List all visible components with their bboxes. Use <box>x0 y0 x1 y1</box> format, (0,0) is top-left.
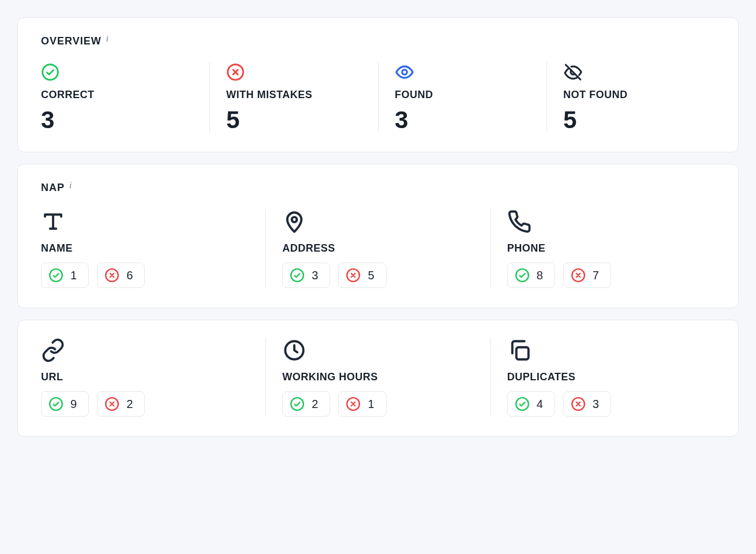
nap-card: NAP i NAME 1 6 <box>17 164 739 308</box>
nap-phone-wrong-value: 7 <box>593 269 599 282</box>
nap-name-label: NAME <box>41 242 254 254</box>
details-duplicates-label: DUPLICATES <box>507 371 703 383</box>
details-url-correct-pill[interactable]: 9 <box>41 391 89 417</box>
details-url-wrong-value: 2 <box>126 398 133 411</box>
details-hours-label: WORKING HOURS <box>282 371 478 383</box>
overview-card: OVERVIEW i CORRECT 3 WITH MISTAKES 5 FOU… <box>17 17 739 152</box>
info-icon[interactable]: i <box>69 181 72 190</box>
details-hours-wrong-value: 1 <box>368 398 374 411</box>
nap-phone-correct-pill[interactable]: 8 <box>507 263 555 288</box>
details-hours: WORKING HOURS 2 1 <box>265 338 490 417</box>
nap-address-wrong-pill[interactable]: 5 <box>338 263 386 288</box>
link-icon <box>41 338 254 363</box>
x-circle-icon <box>226 62 366 82</box>
overview-found-value: 3 <box>395 108 535 132</box>
phone-icon <box>507 209 703 234</box>
pin-icon <box>282 209 478 234</box>
overview-title-row: OVERVIEW i <box>41 35 715 47</box>
info-icon[interactable]: i <box>106 34 109 44</box>
overview-correct-value: 3 <box>41 108 198 132</box>
nap-phone: PHONE 8 7 <box>491 209 715 288</box>
eye-icon <box>395 62 535 82</box>
details-hours-correct-value: 2 <box>312 398 318 411</box>
nap-phone-correct-value: 8 <box>537 269 543 282</box>
nap-title-row: NAP i <box>41 182 715 194</box>
nap-name-wrong-value: 6 <box>126 269 133 282</box>
check-circle-icon <box>41 62 198 82</box>
details-url-wrong-pill[interactable]: 2 <box>97 391 145 417</box>
nap-name: NAME 1 6 <box>41 209 265 288</box>
copy-icon <box>507 338 703 363</box>
details-duplicates-correct-pill[interactable]: 4 <box>507 391 555 417</box>
details-duplicates: DUPLICATES 4 3 <box>491 338 715 417</box>
overview-notfound: NOT FOUND 5 <box>547 62 715 132</box>
svg-point-6 <box>292 217 297 222</box>
nap-phone-label: PHONE <box>507 242 703 254</box>
overview-title: OVERVIEW <box>41 35 102 47</box>
eye-off-icon <box>563 62 703 82</box>
overview-notfound-value: 5 <box>563 108 703 132</box>
overview-notfound-label: NOT FOUND <box>563 89 703 101</box>
nap-address-wrong-value: 5 <box>368 269 374 282</box>
details-url-correct-value: 9 <box>70 398 77 411</box>
overview-mistakes-label: WITH MISTAKES <box>226 89 366 101</box>
details-duplicates-wrong-pill[interactable]: 3 <box>563 391 611 417</box>
nap-address-correct-value: 3 <box>312 269 318 282</box>
nap-name-correct-value: 1 <box>70 269 77 282</box>
nap-address-correct-pill[interactable]: 3 <box>282 263 330 288</box>
overview-found-label: FOUND <box>395 89 535 101</box>
details-card: URL 9 2 WORKING HOURS 2 <box>17 320 739 437</box>
details-url: URL 9 2 <box>41 338 265 417</box>
svg-rect-16 <box>516 347 528 360</box>
overview-mistakes: WITH MISTAKES 5 <box>209 62 378 132</box>
clock-icon <box>282 338 478 363</box>
nap-address-label: ADDRESS <box>282 242 478 254</box>
nap-title: NAP <box>41 182 65 194</box>
svg-point-2 <box>402 70 407 75</box>
details-duplicates-correct-value: 4 <box>537 398 543 411</box>
nap-name-wrong-pill[interactable]: 6 <box>97 263 145 288</box>
details-hours-correct-pill[interactable]: 2 <box>282 391 330 417</box>
overview-found: FOUND 3 <box>378 62 547 132</box>
nap-name-correct-pill[interactable]: 1 <box>41 263 89 288</box>
nap-address: ADDRESS 3 5 <box>265 209 490 288</box>
nap-phone-wrong-pill[interactable]: 7 <box>563 263 611 288</box>
overview-correct-label: CORRECT <box>41 89 198 101</box>
overview-correct: CORRECT 3 <box>41 62 209 132</box>
type-icon <box>41 209 254 234</box>
details-hours-wrong-pill[interactable]: 1 <box>338 391 386 417</box>
details-duplicates-wrong-value: 3 <box>593 398 599 411</box>
details-url-label: URL <box>41 371 254 383</box>
overview-mistakes-value: 5 <box>226 108 366 132</box>
